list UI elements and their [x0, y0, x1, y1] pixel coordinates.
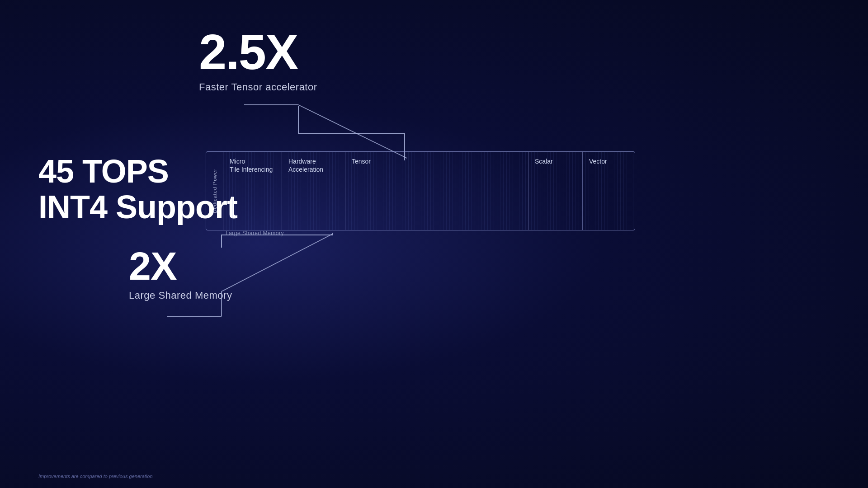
chip-block-vector-label: Vector	[589, 157, 628, 165]
chip-block-micro-label: MicroTile Inferencing	[230, 157, 275, 174]
metric-top-value: 2.5X	[199, 27, 317, 77]
chip-block-vector: Vector	[583, 152, 635, 230]
metric-bottom: 2X Large Shared Memory	[129, 246, 232, 301]
large-shared-memory-label: Large Shared Memory	[223, 229, 287, 237]
svg-line-0	[298, 105, 407, 158]
chip-diagram: Dedicated Power MicroTile Inferencing Ha…	[206, 151, 635, 237]
chip-block-tensor: Tensor	[345, 152, 528, 230]
footnote: Improvements are compared to previous ge…	[38, 474, 153, 479]
chip-block-scalar: Scalar	[528, 152, 583, 230]
metric-bottom-label: Large Shared Memory	[129, 290, 232, 301]
metric-top: 2.5X Faster Tensor accelerator	[199, 27, 317, 93]
slide-container: 2.5X Faster Tensor accelerator 45 TOPS I…	[0, 0, 868, 488]
chip-block-hardware: HardwareAcceleration	[282, 152, 345, 230]
chip-block-scalar-label: Scalar	[535, 157, 576, 165]
chip-blocks-container: MicroTile Inferencing HardwareAccelerati…	[223, 152, 635, 230]
chip-outer-border: Dedicated Power MicroTile Inferencing Ha…	[206, 151, 635, 230]
dedicated-power-label: Dedicated Power	[212, 169, 217, 213]
svg-line-2	[222, 234, 332, 291]
dedicated-power-section: Dedicated Power	[206, 152, 223, 230]
chip-block-micro: MicroTile Inferencing	[223, 152, 282, 230]
metric-bottom-value: 2X	[129, 246, 232, 286]
metric-top-label: Faster Tensor accelerator	[199, 81, 317, 93]
chip-block-tensor-label: Tensor	[352, 157, 522, 165]
chip-block-hardware-label: HardwareAcceleration	[288, 157, 339, 174]
